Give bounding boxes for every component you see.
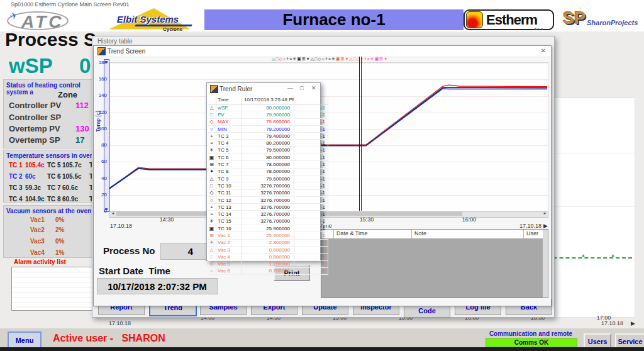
- sharon-sp-glyph: SP: [563, 9, 586, 28]
- legend-symbol: ×: [328, 56, 331, 62]
- vac4-value: 1%: [55, 249, 64, 256]
- controller-sp-label: Controller SP: [9, 113, 61, 122]
- vac1-value: 0%: [55, 216, 64, 223]
- ruler-row-tc-13: +TC 133276.700000-1: [208, 204, 328, 211]
- furnace-banner: Furnace no-1: [204, 9, 464, 30]
- main-screen: Sp01000 Estherm Cyclone Main Screen Rev0…: [0, 0, 644, 351]
- alarm-list-header: Alarm activity list: [14, 259, 66, 265]
- legend-symbol: ▣: [375, 56, 379, 62]
- tc-row-4: TC 4 104.9c TC 8 60.9c TC: [4, 196, 98, 204]
- tc5-value: 105.7c: [62, 162, 82, 169]
- ruler-row-tc-3: +TC 379.400000-1: [208, 133, 328, 140]
- ruler-row-tc-12: ○TC 123276.700000-1: [208, 196, 328, 203]
- elbit-cyclone-label: Cyclone: [163, 26, 182, 32]
- tc4-value: 104.9c: [25, 196, 45, 203]
- atc-logo-graphic: ATC ✈: [5, 9, 93, 31]
- process-no-label: Process No: [103, 245, 155, 256]
- vacuum-sensors-panel: Vacuum sensors at the oven entran Vac1 0…: [3, 205, 99, 258]
- x-tick: 14:30: [156, 216, 177, 223]
- heating-status-panel: Status of heating control system a Zone …: [3, 79, 99, 148]
- ruler-row-tc-6: ▣TC 680.000000-1: [208, 154, 328, 161]
- tc8-value: 60.9c: [62, 196, 78, 203]
- heating-status-header: Status of heating control system a: [6, 82, 98, 96]
- tc1-label: TC 1: [9, 162, 23, 169]
- tc4-label: TC 4: [9, 196, 23, 203]
- controller-pv-value: 112: [75, 101, 89, 110]
- series-wSP: [109, 88, 547, 189]
- history-window-title: History table: [97, 38, 133, 45]
- y-tick: 100: [94, 126, 107, 131]
- legend-symbol: ✦: [384, 56, 387, 62]
- y-tick: 180: [94, 60, 107, 65]
- ruler-row-pv: □PV79.900000-1: [208, 111, 328, 118]
- legend-symbol: ✳: [370, 56, 374, 62]
- y-tick: 40: [94, 176, 107, 181]
- ruler-maximize-icon[interactable]: □: [300, 85, 303, 91]
- y-tick: 0: [94, 208, 107, 214]
- legend-symbol: +: [325, 56, 328, 62]
- elbit-systems-logo: Elbit Systems Cyclone: [97, 8, 198, 32]
- legend-symbol: ◇: [279, 56, 282, 62]
- window-title: Sp01000 Estherm Cyclone Main Screen Rev0…: [11, 1, 130, 8]
- overtemp-pv-label: Overtemp PV: [9, 124, 60, 133]
- notes-col-datetime: Date & Time: [334, 230, 412, 238]
- vac1-label: Vac1: [30, 216, 45, 223]
- menu-button[interactable]: Menu: [8, 332, 42, 348]
- legend-symbol: ◇: [318, 56, 321, 62]
- ruler-row-tc-5: ✳TC 579.500000-1: [208, 147, 328, 153]
- ruler-row-tc-10: □TC 103276.700000-1: [208, 182, 328, 189]
- ruler-row-tc-9: △TC 979.600000-1: [208, 175, 328, 182]
- ruler-row-vac-2: ✦Vac 22.300000-1: [208, 239, 328, 246]
- ruler-row-vac-1: ⊞Vac 125.900000-1: [208, 232, 328, 239]
- ruler-row-wsp: △wSP80.000000-1: [208, 104, 328, 111]
- furnace-banner-text: Furnace no-1: [282, 10, 385, 30]
- y-tick: 80: [94, 142, 107, 148]
- trend-close-icon[interactable]: ✕: [541, 47, 546, 54]
- legend-symbol: ○: [322, 56, 325, 62]
- trend-zoom-strip[interactable]: [104, 59, 109, 212]
- trend-date-right: 17.10.18: [519, 223, 541, 229]
- tc3-label: TC 3: [9, 184, 23, 191]
- tc-row-2: TC 2 60c TC 6 105.5c TC: [4, 173, 98, 181]
- scroll-right-icon[interactable]: ►: [542, 211, 548, 215]
- ruler-minimize-icon[interactable]: —: [287, 85, 293, 91]
- wsp-label: wSP: [9, 54, 53, 78]
- y-tick: 60: [94, 159, 107, 164]
- scroll-left-icon[interactable]: ◄: [110, 211, 116, 215]
- trend-legend[interactable]: △□◇○+×✳▣⊞✦△□◇○+×✳▣⊞✦△□◇○+×✳▣⊞✦: [272, 56, 387, 62]
- trend-next-arrow[interactable]: ▶: [543, 223, 548, 229]
- legend-symbol: +: [286, 56, 289, 62]
- process-screen-title: Process S: [5, 29, 96, 50]
- overtemp-pv-value: 130: [75, 124, 89, 133]
- svg-text:✈: ✈: [8, 9, 19, 21]
- start-date-time-label: Start Date Time: [99, 265, 170, 276]
- tc6-label: TC 6: [47, 173, 61, 180]
- legend-symbol: □: [275, 56, 278, 62]
- background-next-arrow[interactable]: ▶: [631, 320, 635, 326]
- ruler-close-icon[interactable]: ✕: [311, 85, 316, 91]
- y-tick: 20: [94, 192, 107, 198]
- legend-symbol: □: [353, 56, 356, 62]
- tc7-label: TC 7: [47, 184, 61, 191]
- legend-symbol: ⊞: [341, 56, 345, 62]
- trend-window-icon: [97, 47, 106, 55]
- ruler-row-tc-14: ×TC 143276.700000-1: [208, 211, 328, 218]
- ruler-row-tc-11: ◇TC 113276.700000-1: [208, 189, 328, 196]
- overtemp-sp-value: 17: [75, 135, 84, 145]
- tc1-value: 105.4c: [25, 162, 45, 169]
- notes-table[interactable]: Date & Time Note User: [321, 229, 548, 298]
- atc-logo: ATC ✈: [5, 9, 93, 31]
- trend-cursor-line[interactable]: [359, 57, 360, 211]
- trend-cursor-line[interactable]: [361, 57, 362, 211]
- tc-row-3: TC 3 59.3c TC 7 60.6c TC: [4, 184, 98, 192]
- legend-symbol: ✳: [292, 56, 296, 62]
- ruler-row-tc-15: ✳TC 153276.700000-1: [208, 218, 328, 225]
- sharon-projects-logo: SP SharonProjects: [562, 9, 644, 31]
- temperature-sensors-panel: Temperature sensors in oven cavit TC 1 1…: [3, 150, 99, 203]
- ruler-row-vac-6: ○Vac 60.700000-1: [208, 267, 328, 274]
- tc6-value: 105.5c: [62, 173, 82, 180]
- bottom-divider: [0, 347, 644, 351]
- notes-scrollbar[interactable]: [543, 230, 548, 298]
- status-bar: Menu Active user - SHARON Communication …: [0, 328, 644, 347]
- y-tick: 140: [94, 92, 107, 98]
